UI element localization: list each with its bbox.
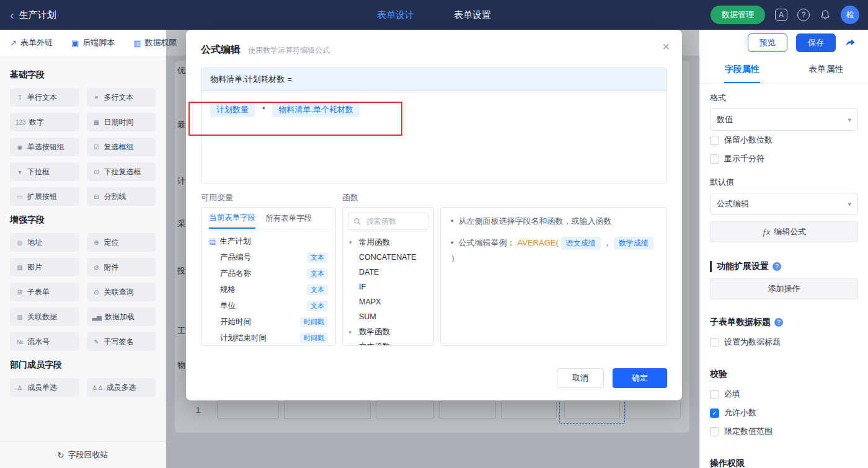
radio-icon: ◉ bbox=[16, 144, 24, 151]
checkbox-thousand-separator[interactable]: 显示千分符 bbox=[710, 149, 858, 168]
format-select[interactable]: 数值 ▾ bbox=[710, 108, 858, 131]
field-btn-member-single[interactable]: ♙成员单选 bbox=[10, 378, 79, 397]
function-item[interactable]: CONCATENATE bbox=[349, 250, 427, 265]
field-btn-radio-group[interactable]: ◉单选按钮组 bbox=[10, 138, 79, 156]
function-item[interactable]: MAPX bbox=[349, 294, 427, 309]
help-icon[interactable]: ? bbox=[797, 9, 810, 21]
field-btn-linked-data[interactable]: ▥关联数据 bbox=[10, 307, 79, 326]
field-btn-datetime[interactable]: ▦日期时间 bbox=[87, 113, 156, 131]
image-icon: ▨ bbox=[16, 264, 24, 271]
function-item[interactable]: SUM bbox=[349, 309, 427, 324]
variables-tabs: 当前表单字段 所有表单字段 bbox=[202, 208, 335, 229]
field-label: 多行文本 bbox=[104, 92, 134, 103]
function-group-common[interactable]: ▾ 常用函数 bbox=[349, 235, 427, 250]
serial-number-icon: № bbox=[16, 338, 24, 345]
field-btn-linked-query[interactable]: ⊙关联查询 bbox=[87, 283, 156, 301]
question-icon[interactable]: ? bbox=[773, 262, 781, 271]
checkbox-set-data-title[interactable]: 设置为数据标题 bbox=[710, 333, 858, 351]
tab-form-settings[interactable]: 表单设置 bbox=[454, 9, 491, 21]
field-btn-multi-select[interactable]: ⊡下拉复选框 bbox=[87, 162, 156, 181]
toolbar-item-backend-script[interactable]: ▣ 后端脚本 bbox=[71, 37, 115, 48]
dropdown-icon: ▾ bbox=[16, 169, 24, 175]
preview-button[interactable]: 预览 bbox=[748, 33, 787, 52]
field-btn-extend-button[interactable]: ▭扩展按钮 bbox=[10, 187, 79, 206]
checkbox-icon bbox=[710, 154, 719, 164]
field-btn-signature[interactable]: ✎手写签名 bbox=[87, 332, 156, 351]
variable-item[interactable]: 规格文本 bbox=[209, 281, 328, 298]
question-icon[interactable]: ? bbox=[774, 318, 783, 327]
checkbox-icon: ☑ bbox=[92, 144, 101, 151]
field-label: 关联数据 bbox=[27, 312, 57, 322]
attachment-icon: ⊘ bbox=[92, 264, 101, 271]
tab-current-form-fields[interactable]: 当前表单字段 bbox=[209, 208, 255, 229]
data-manage-button[interactable]: 数据管理 bbox=[711, 6, 765, 24]
add-action-button[interactable]: 添加操作 bbox=[710, 278, 858, 299]
back-button[interactable]: ‹ 生产计划 bbox=[10, 9, 56, 21]
function-group-math[interactable]: ▸ 数学函数 bbox=[349, 324, 427, 339]
checkbox-keep-decimals[interactable]: 保留小数位数 bbox=[710, 131, 858, 149]
field-btn-single-line-text[interactable]: T单行文本 bbox=[10, 88, 79, 107]
variable-item[interactable]: 单位文本 bbox=[209, 298, 328, 314]
toolbar-item-label: 后端脚本 bbox=[82, 37, 115, 48]
close-icon[interactable]: × bbox=[662, 40, 670, 54]
format-value: 数值 bbox=[717, 114, 733, 125]
calendar-icon: ▦ bbox=[92, 119, 101, 126]
formula-editor[interactable]: 物料清单.计划耗材数 = 计划数量 * 物料清单.单个耗材数 bbox=[201, 68, 667, 183]
bell-icon[interactable] bbox=[820, 9, 831, 20]
variable-item[interactable]: 产品名称文本 bbox=[209, 265, 328, 281]
toolbar-item-form-external-link[interactable]: ↗ 表单外链 bbox=[10, 37, 53, 48]
field-btn-address[interactable]: ◎地址 bbox=[10, 233, 79, 252]
field-btn-divider[interactable]: ⊟分割线 bbox=[87, 187, 156, 206]
formula-token-field[interactable]: 物料清单.单个耗材数 bbox=[272, 102, 360, 117]
tree-root-form[interactable]: ▤ 生产计划 bbox=[209, 233, 328, 249]
field-btn-multi-line-text[interactable]: ≡多行文本 bbox=[87, 88, 156, 107]
field-btn-select[interactable]: ▾下拉框 bbox=[10, 162, 79, 181]
variable-name: 规格 bbox=[220, 285, 236, 295]
variable-item[interactable]: 开始时间时间戳 bbox=[209, 314, 328, 330]
type-tag: 文本 bbox=[307, 252, 328, 263]
function-item[interactable]: DATE bbox=[349, 265, 427, 280]
field-btn-number[interactable]: 123数字 bbox=[10, 113, 79, 131]
cancel-button[interactable]: 取消 bbox=[557, 368, 604, 388]
translate-icon[interactable]: A bbox=[775, 9, 787, 21]
number-icon: 123 bbox=[16, 119, 26, 126]
variable-item[interactable]: 计划结束时间时间戳 bbox=[209, 330, 328, 346]
default-value-select[interactable]: 公式编辑 ▾ bbox=[710, 193, 858, 215]
confirm-button[interactable]: 确定 bbox=[613, 368, 667, 388]
field-label: 定位 bbox=[104, 237, 119, 248]
edit-formula-button[interactable]: ƒx 编辑公式 bbox=[710, 221, 858, 242]
dropdown-check-icon: ⊡ bbox=[92, 169, 101, 175]
field-recycle-bin[interactable]: ↻ 字段回收站 bbox=[0, 441, 166, 468]
formula-token-field[interactable]: 计划数量 bbox=[210, 102, 255, 117]
field-btn-data-load[interactable]: ▃▅数据加载 bbox=[87, 307, 156, 326]
search-input[interactable] bbox=[365, 216, 421, 226]
field-btn-serial-number[interactable]: №流水号 bbox=[10, 332, 79, 351]
help-token: 数学成绩 bbox=[614, 237, 653, 250]
tab-form-properties[interactable]: 表单属性 bbox=[784, 56, 868, 83]
field-btn-member-multi[interactable]: ♙♙成员多选 bbox=[87, 378, 156, 397]
member-multi-icon: ♙♙ bbox=[92, 384, 104, 391]
variable-item[interactable]: 产品编号文本 bbox=[209, 249, 328, 265]
basic-fields-grid: T单行文本 ≡多行文本 123数字 ▦日期时间 ◉单选按钮组 ☑复选框组 ▾下拉… bbox=[10, 88, 156, 206]
function-item[interactable]: IF bbox=[349, 280, 427, 294]
back-chevron-icon: ‹ bbox=[10, 9, 14, 21]
tab-form-design[interactable]: 表单设计 bbox=[377, 9, 414, 21]
checkbox-limit-range[interactable]: 限定数值范围 bbox=[710, 422, 858, 441]
share-icon[interactable] bbox=[844, 37, 857, 49]
field-btn-location[interactable]: ⊕定位 bbox=[87, 233, 156, 252]
field-btn-attachment[interactable]: ⊘附件 bbox=[87, 258, 156, 276]
tab-field-properties[interactable]: 字段属性 bbox=[700, 56, 784, 83]
field-label: 分割线 bbox=[104, 192, 126, 202]
save-button[interactable]: 保存 bbox=[796, 33, 836, 52]
tab-all-form-fields[interactable]: 所有表单字段 bbox=[265, 208, 312, 229]
function-search[interactable] bbox=[348, 213, 428, 230]
formula-input-area[interactable]: 计划数量 * 物料清单.单个耗材数 bbox=[202, 91, 666, 183]
chevron-down-icon: ▾ bbox=[848, 116, 851, 124]
checkbox-allow-decimal[interactable]: ✓ 允许小数 bbox=[710, 404, 858, 422]
field-btn-subform[interactable]: ⊞子表单 bbox=[10, 283, 79, 301]
checkbox-required[interactable]: 必填 bbox=[710, 385, 858, 404]
function-group-text[interactable]: ▸ 文本函数 bbox=[349, 339, 427, 346]
avatar[interactable]: 检 bbox=[841, 6, 859, 24]
field-btn-checkbox-group[interactable]: ☑复选框组 bbox=[87, 138, 156, 156]
field-btn-image[interactable]: ▨图片 bbox=[10, 258, 79, 276]
